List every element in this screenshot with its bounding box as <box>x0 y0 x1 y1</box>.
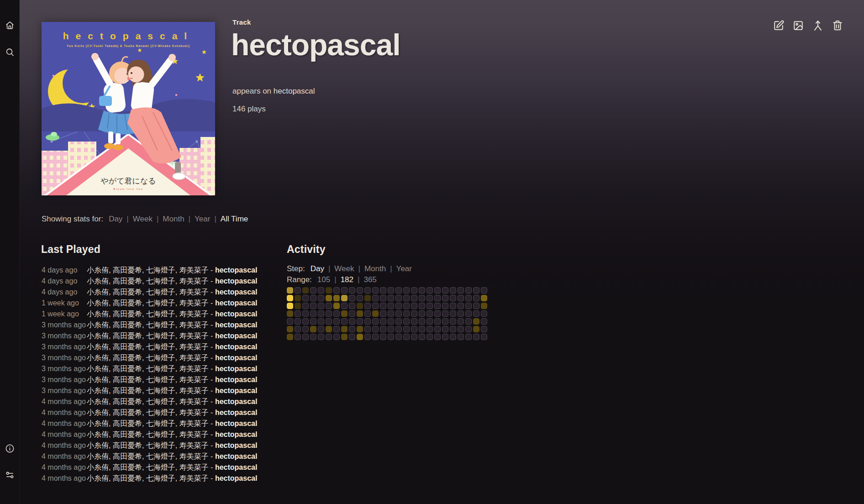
activity-heatmap-cell[interactable] <box>458 326 464 332</box>
activity-heatmap-cell[interactable] <box>364 295 371 301</box>
track-link[interactable]: hectopascal <box>215 441 257 449</box>
activity-heatmap-cell[interactable] <box>442 310 448 317</box>
artist-link[interactable]: 七海燈子 <box>146 474 175 482</box>
activity-heatmap-cell[interactable] <box>318 326 324 332</box>
option-year[interactable]: Year <box>195 215 210 223</box>
artist-link[interactable]: 七海燈子 <box>146 277 175 285</box>
artist-link[interactable]: 小糸侑 <box>87 299 109 307</box>
activity-heatmap-cell[interactable] <box>326 310 332 317</box>
artist-link[interactable]: 寿美菜子 <box>179 343 209 351</box>
activity-heatmap-cell[interactable] <box>450 334 456 340</box>
activity-heatmap-cell[interactable] <box>341 295 348 301</box>
activity-heatmap-cell[interactable] <box>427 318 433 325</box>
track-link[interactable]: hectopascal <box>215 387 257 394</box>
activity-heatmap-cell[interactable] <box>372 318 379 325</box>
activity-heatmap-cell[interactable] <box>380 287 386 294</box>
artist-link[interactable]: 寿美菜子 <box>179 277 209 285</box>
activity-heatmap-cell[interactable] <box>473 326 479 332</box>
option-182[interactable]: 182 <box>341 275 353 284</box>
activity-heatmap-cell[interactable] <box>380 334 386 340</box>
option-week[interactable]: Week <box>334 264 354 273</box>
artist-link[interactable]: 七海燈子 <box>146 343 175 351</box>
activity-heatmap-cell[interactable] <box>380 303 386 309</box>
artist-link[interactable]: 寿美菜子 <box>179 365 209 373</box>
artist-link[interactable]: 七海燈子 <box>146 354 175 362</box>
artist-link[interactable]: 七海燈子 <box>146 463 175 471</box>
track-link[interactable]: hectopascal <box>215 430 257 438</box>
activity-heatmap-cell[interactable] <box>481 318 487 325</box>
activity-heatmap-cell[interactable] <box>326 318 332 325</box>
artist-link[interactable]: 七海燈子 <box>146 376 175 383</box>
activity-heatmap-cell[interactable] <box>411 287 417 294</box>
activity-heatmap-cell[interactable] <box>465 287 472 294</box>
activity-heatmap-cell[interactable] <box>326 334 332 340</box>
activity-heatmap-cell[interactable] <box>287 295 293 301</box>
activity-heatmap-cell[interactable] <box>411 318 417 325</box>
track-link[interactable]: hectopascal <box>215 266 257 274</box>
artist-link[interactable]: 寿美菜子 <box>179 321 209 329</box>
artist-link[interactable]: 高田憂希 <box>113 310 142 318</box>
artist-link[interactable]: 七海燈子 <box>146 332 175 340</box>
activity-heatmap-cell[interactable] <box>419 326 425 332</box>
activity-heatmap-cell[interactable] <box>310 287 316 294</box>
activity-heatmap-cell[interactable] <box>473 287 479 294</box>
activity-heatmap-cell[interactable] <box>341 326 348 332</box>
activity-heatmap-cell[interactable] <box>465 310 472 317</box>
track-link[interactable]: hectopascal <box>215 332 257 340</box>
activity-heatmap-cell[interactable] <box>287 318 293 325</box>
activity-heatmap-cell[interactable] <box>310 295 316 301</box>
activity-heatmap-cell[interactable] <box>372 326 379 332</box>
artist-link[interactable]: 寿美菜子 <box>179 474 209 482</box>
artist-link[interactable]: 小糸侑 <box>87 398 109 405</box>
activity-heatmap-cell[interactable] <box>333 287 340 294</box>
artist-link[interactable]: 小糸侑 <box>87 277 109 285</box>
artist-link[interactable]: 寿美菜子 <box>179 387 209 394</box>
artist-link[interactable]: 小糸侑 <box>87 420 109 427</box>
activity-heatmap-cell[interactable] <box>326 295 332 301</box>
artist-link[interactable]: 寿美菜子 <box>179 310 209 318</box>
artist-link[interactable]: 高田憂希 <box>113 420 142 427</box>
activity-heatmap-cell[interactable] <box>395 295 402 301</box>
artist-link[interactable]: 小糸侑 <box>87 310 109 318</box>
artist-link[interactable]: 寿美菜子 <box>179 332 209 340</box>
activity-heatmap-cell[interactable] <box>419 310 425 317</box>
artist-link[interactable]: 寿美菜子 <box>179 299 209 307</box>
activity-heatmap-cell[interactable] <box>326 326 332 332</box>
artist-link[interactable]: 高田憂希 <box>113 398 142 405</box>
merge-icon[interactable] <box>811 19 824 32</box>
artist-link[interactable]: 小糸侑 <box>87 266 109 274</box>
artist-link[interactable]: 高田憂希 <box>113 365 142 373</box>
activity-heatmap-cell[interactable] <box>388 318 394 325</box>
activity-heatmap-cell[interactable] <box>333 303 340 309</box>
activity-heatmap-cell[interactable] <box>295 310 301 317</box>
activity-heatmap-cell[interactable] <box>295 303 301 309</box>
activity-heatmap-cell[interactable] <box>411 303 417 309</box>
activity-heatmap-cell[interactable] <box>310 303 316 309</box>
activity-heatmap-cell[interactable] <box>333 326 340 332</box>
artist-link[interactable]: 小糸侑 <box>87 430 109 438</box>
activity-heatmap-cell[interactable] <box>411 326 417 332</box>
activity-heatmap-cell[interactable] <box>341 287 348 294</box>
activity-heatmap-cell[interactable] <box>341 303 348 309</box>
activity-heatmap-cell[interactable] <box>427 310 433 317</box>
activity-heatmap-cell[interactable] <box>287 326 293 332</box>
activity-heatmap-cell[interactable] <box>403 303 410 309</box>
activity-heatmap-cell[interactable] <box>357 303 363 309</box>
artist-link[interactable]: 寿美菜子 <box>179 354 209 362</box>
artist-link[interactable]: 高田憂希 <box>113 387 142 394</box>
activity-heatmap-cell[interactable] <box>419 295 425 301</box>
activity-heatmap-cell[interactable] <box>465 303 472 309</box>
activity-heatmap-cell[interactable] <box>326 303 332 309</box>
activity-heatmap-cell[interactable] <box>364 334 371 340</box>
activity-heatmap-cell[interactable] <box>318 295 324 301</box>
artist-link[interactable]: 高田憂希 <box>113 463 142 471</box>
track-link[interactable]: hectopascal <box>215 343 257 351</box>
activity-heatmap-cell[interactable] <box>465 326 472 332</box>
activity-heatmap-cell[interactable] <box>481 303 487 309</box>
activity-heatmap-cell[interactable] <box>349 318 355 325</box>
option-day[interactable]: Day <box>109 215 122 223</box>
artist-link[interactable]: 小糸侑 <box>87 321 109 329</box>
activity-heatmap-cell[interactable] <box>403 295 410 301</box>
artist-link[interactable]: 寿美菜子 <box>179 452 209 460</box>
activity-heatmap-cell[interactable] <box>372 303 379 309</box>
